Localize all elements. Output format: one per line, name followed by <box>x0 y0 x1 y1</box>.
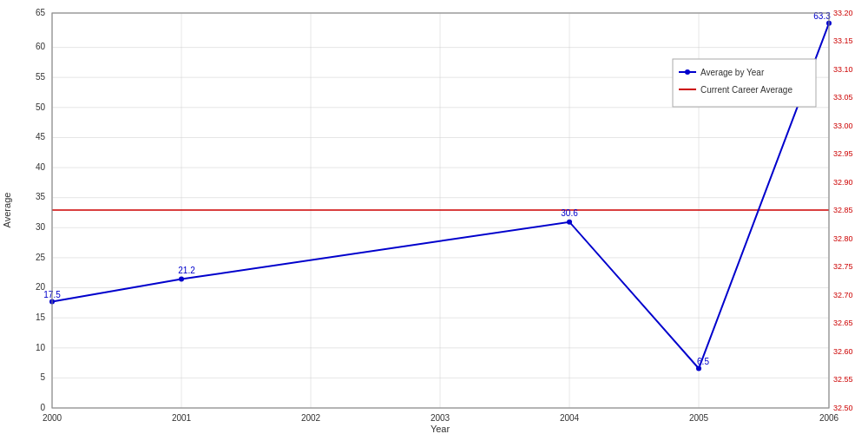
x-label-2005: 2005 <box>689 413 709 423</box>
ry-label-3295: 32.95 <box>833 149 853 158</box>
y-label-10: 10 <box>36 343 46 352</box>
data-point-2004 <box>567 220 572 225</box>
ry-label-3320: 33.20 <box>833 9 853 17</box>
ry-label-3260: 32.60 <box>833 347 853 356</box>
x-label-2004: 2004 <box>560 413 580 423</box>
chart-svg: 0 5 10 15 20 25 30 35 40 45 50 55 60 65 … <box>0 0 868 434</box>
ry-label-3305: 33.05 <box>833 93 853 102</box>
y-label-0: 0 <box>40 403 45 412</box>
x-label-2003: 2003 <box>431 413 450 423</box>
x-label-2006: 2006 <box>819 413 839 423</box>
legend-dot-avg <box>685 69 690 75</box>
legend-label-avg: Average by Year <box>700 68 765 77</box>
ry-label-3255: 32.55 <box>833 375 853 384</box>
ry-label-3285: 32.85 <box>833 206 853 214</box>
x-label-2002: 2002 <box>301 413 321 423</box>
y-label-40: 40 <box>36 162 46 172</box>
y-label-35: 35 <box>36 192 46 201</box>
ry-label-3250: 32.50 <box>833 404 853 412</box>
y-label-45: 45 <box>36 132 46 141</box>
y-label-15: 15 <box>36 312 46 322</box>
x-axis-label: Year <box>431 424 450 434</box>
chart-container: 0 5 10 15 20 25 30 35 40 45 50 55 60 65 … <box>0 0 868 434</box>
ry-label-3300: 33.00 <box>833 122 853 130</box>
ry-label-3265: 32.65 <box>833 319 853 327</box>
data-label-2004: 30.6 <box>561 208 578 218</box>
ry-label-3310: 33.10 <box>833 65 853 74</box>
legend-label-career: Current Career Average <box>700 85 792 95</box>
ry-label-3290: 32.90 <box>833 178 853 187</box>
data-label-2005: 6.5 <box>697 357 709 366</box>
y-label-55: 55 <box>36 72 46 82</box>
y-label-25: 25 <box>36 253 46 262</box>
legend-box <box>673 59 816 107</box>
data-label-2001: 21.2 <box>178 266 195 275</box>
y-label-50: 50 <box>36 102 46 112</box>
x-label-2000: 2000 <box>43 413 62 423</box>
y-axis-left-label: Average <box>2 193 12 228</box>
data-point-2005 <box>696 366 701 372</box>
x-label-2001: 2001 <box>172 413 192 423</box>
y-label-65: 65 <box>36 8 46 17</box>
ry-label-3270: 32.70 <box>833 291 853 299</box>
y-label-30: 30 <box>36 222 46 232</box>
ry-label-3315: 33.15 <box>833 36 853 45</box>
data-point-2001 <box>179 277 184 282</box>
ry-label-3280: 32.80 <box>833 234 853 243</box>
y-label-60: 60 <box>36 42 46 51</box>
ry-label-3275: 32.75 <box>833 262 853 271</box>
y-label-5: 5 <box>40 372 45 382</box>
